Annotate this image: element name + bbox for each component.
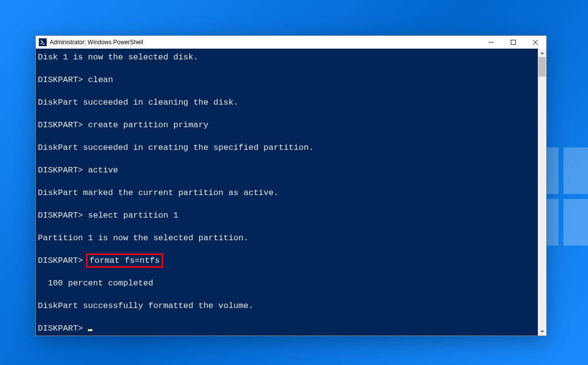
svg-rect-1 — [511, 40, 515, 45]
powershell-window: Administrator: Windows PowerShell Disk 1… — [35, 35, 547, 336]
terminal-line: 100 percent completed — [38, 278, 538, 289]
close-button[interactable] — [524, 36, 546, 49]
scroll-thumb[interactable] — [538, 57, 546, 77]
terminal-line — [38, 221, 538, 232]
terminal-line: DISKPART> active — [38, 165, 538, 176]
terminal-line: DiskPart succeeded in cleaning the disk. — [38, 97, 538, 108]
scroll-up-arrow-icon[interactable] — [538, 49, 546, 57]
terminal-line: Partition 1 is now the selected partitio… — [38, 232, 538, 244]
vertical-scrollbar[interactable] — [538, 49, 546, 336]
terminal-line — [38, 108, 538, 119]
console-area: Disk 1 is now the selected disk. DISKPAR… — [36, 49, 546, 336]
terminal-line: DISKPART> select partition 1 — [38, 210, 538, 221]
terminal-line: DiskPart successfully formatted the volu… — [38, 300, 538, 311]
terminal-line — [38, 198, 538, 210]
console-output[interactable]: Disk 1 is now the selected disk. DISKPAR… — [36, 49, 538, 336]
maximize-button[interactable] — [502, 36, 524, 49]
scroll-down-arrow-icon[interactable] — [538, 327, 546, 336]
window-title: Administrator: Windows PowerShell — [50, 39, 143, 46]
powershell-icon — [39, 38, 47, 46]
titlebar[interactable]: Administrator: Windows PowerShell — [36, 36, 546, 49]
terminal-line: Disk 1 is now the selected disk. — [38, 52, 538, 63]
terminal-line — [38, 85, 538, 97]
terminal-line — [38, 311, 538, 323]
terminal-line — [38, 176, 538, 187]
highlighted-command: format fs=ntfs — [86, 253, 163, 268]
terminal-line — [38, 289, 538, 300]
terminal-line — [38, 63, 538, 74]
terminal-line: DiskPart marked the current partition as… — [38, 187, 538, 198]
cursor — [88, 329, 92, 331]
minimize-button[interactable] — [480, 36, 502, 49]
diskpart-prompt: DISKPART> — [38, 256, 88, 265]
terminal-line: DISKPART> — [38, 323, 538, 334]
diskpart-prompt: DISKPART> — [38, 324, 88, 333]
terminal-line — [38, 266, 538, 278]
terminal-line: DISKPART> clean — [38, 74, 538, 85]
terminal-line: DISKPART> format fs=ntfs — [38, 255, 538, 266]
terminal-line — [38, 153, 538, 165]
terminal-line: DiskPart succeeded in creating the speci… — [38, 142, 538, 153]
terminal-line: DISKPART> create partition primary — [38, 119, 538, 131]
terminal-line — [38, 131, 538, 142]
